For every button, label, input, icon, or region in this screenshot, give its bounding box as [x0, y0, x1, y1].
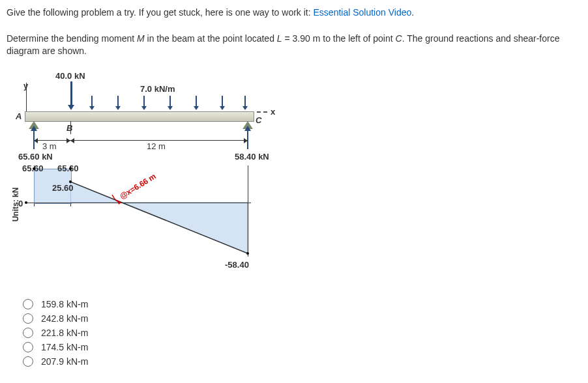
shear-dot	[246, 252, 249, 255]
zero-cross-arrow	[111, 193, 124, 205]
shear-vline	[248, 165, 248, 257]
reaction-a-label: 65.60 kN	[18, 152, 53, 162]
y-axis-line	[26, 83, 27, 112]
answer-options: 159.8 kN-m 242.8 kN-m 221.8 kN-m 174.5 k…	[23, 299, 581, 367]
b-tick	[70, 121, 71, 134]
shear-y-units: Units: kN	[11, 187, 20, 221]
dist-arrow	[196, 96, 197, 106]
option-label: 242.8 kN-m	[41, 313, 88, 324]
shear-zero-axis	[26, 203, 251, 203]
intro-part1: Give the following problem a try. If you…	[7, 7, 314, 18]
reaction-a-arrow	[33, 131, 35, 149]
dist-arrow	[222, 96, 223, 106]
option-row[interactable]: 174.5 kN-m	[23, 342, 581, 352]
dist-arrow	[91, 96, 93, 106]
point-c-label: C	[256, 115, 261, 125]
reaction-c-label: 58.40 kN	[235, 152, 269, 162]
dim-bc-line	[70, 140, 248, 141]
option-label: 159.8 kN-m	[41, 299, 88, 309]
point-load-label: 40.0 kN	[55, 71, 85, 81]
radio-icon[interactable]	[23, 313, 33, 324]
beam-body	[25, 111, 254, 122]
beam-figure: y 40.0 kN 7.0 kN/m x A B C 3 m 12 m 65.6…	[13, 71, 287, 279]
radio-icon[interactable]	[23, 342, 33, 352]
dim-ab-line	[34, 140, 70, 141]
question-text: Determine the bending moment M in the be…	[7, 33, 581, 58]
shear-triangle	[70, 182, 248, 257]
radio-icon[interactable]	[23, 328, 33, 338]
var-l: L	[277, 33, 282, 44]
x-axis-label: x	[271, 107, 275, 117]
shear-v4-label: -58.40	[225, 260, 249, 270]
radio-icon[interactable]	[23, 356, 33, 367]
zero-dot	[25, 201, 27, 204]
option-label: 207.9 kN-m	[41, 356, 88, 367]
option-row[interactable]: 221.8 kN-m	[23, 328, 581, 338]
shear-v3-label: 25.60	[52, 183, 74, 193]
dist-arrow	[244, 96, 246, 106]
option-row[interactable]: 242.8 kN-m	[23, 313, 581, 324]
point-load-arrow	[70, 81, 72, 105]
dist-load-label: 7.0 kN/m	[140, 84, 175, 94]
radio-icon[interactable]	[23, 299, 33, 309]
dim-bc-label: 12 m	[147, 141, 166, 151]
point-b-label: B	[66, 123, 72, 133]
option-label: 174.5 kN-m	[41, 342, 88, 352]
intro-part2: .	[411, 7, 414, 18]
option-label: 221.8 kN-m	[41, 328, 88, 338]
intro-text: Give the following problem a try. If you…	[7, 7, 581, 20]
point-a-label: A	[16, 111, 22, 121]
solution-video-link[interactable]: Essential Solution Video	[314, 7, 412, 18]
dist-arrow	[169, 96, 171, 106]
shear-v2-label: 65.60	[57, 163, 79, 173]
shear-dot	[33, 167, 35, 170]
dim-ab-label: 3 m	[42, 141, 57, 151]
option-row[interactable]: 159.8 kN-m	[23, 299, 581, 309]
option-row[interactable]: 207.9 kN-m	[23, 356, 581, 367]
dist-arrow	[117, 96, 119, 106]
shear-dot	[69, 167, 72, 170]
shear-dot	[69, 180, 72, 183]
dist-arrow	[143, 96, 145, 106]
reaction-c-arrow	[247, 131, 248, 149]
var-c: C	[396, 33, 402, 44]
var-m: M	[137, 33, 145, 44]
